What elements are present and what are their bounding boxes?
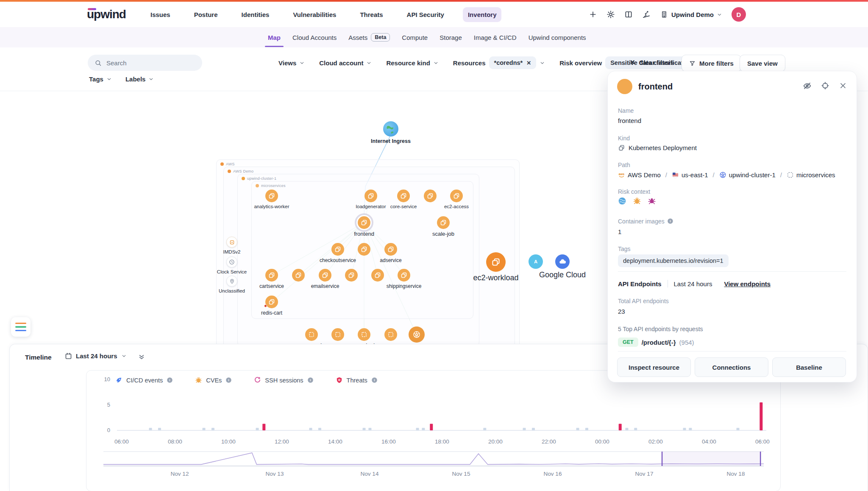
svg-text:10:00: 10:00 — [221, 438, 236, 445]
cloud-account-dropdown[interactable]: Cloud account — [319, 59, 372, 67]
views-dropdown[interactable]: Views — [278, 59, 305, 67]
tab-storage[interactable]: Storage — [440, 34, 462, 41]
map-node-shippingservice[interactable]: shippingservice — [398, 269, 410, 282]
tab-assets[interactable]: AssetsBeta — [348, 33, 390, 42]
legend-ssh-sessions[interactable]: SSH sessionsi — [254, 377, 313, 384]
info-icon[interactable]: i — [167, 377, 173, 383]
map-node-ec2-access[interactable]: ec2-access — [450, 190, 463, 202]
legend-ci-cd-events[interactable]: CI/CD eventsi — [115, 377, 173, 384]
nav-item-threats[interactable]: Threats — [355, 7, 388, 22]
info-icon[interactable]: i — [307, 377, 314, 383]
info-icon[interactable]: i — [371, 377, 378, 383]
map-node-core-service[interactable]: core-service — [397, 190, 410, 202]
map-node-google-cloud[interactable]: Google Cloud — [555, 254, 570, 269]
more-filters-button[interactable]: More filters — [682, 55, 741, 72]
nav-item-vulnerabilities[interactable]: Vulnerabilities — [288, 7, 341, 22]
collapse-timeline-icon[interactable] — [138, 353, 145, 363]
map-node-gcp-a[interactable]: A — [529, 254, 543, 269]
map-node-node-a[interactable] — [424, 190, 437, 202]
connections-button[interactable]: Connections — [695, 357, 768, 377]
map-node-emailservice[interactable]: emailservice — [319, 269, 331, 282]
nav-item-issues[interactable]: Issues — [145, 7, 175, 22]
timeline-chart[interactable]: 051006:0008:0010:0012:0014:0016:0018:002… — [86, 371, 780, 491]
map-node-node-g[interactable] — [384, 328, 397, 341]
view-endpoints-link[interactable]: View endpoints — [724, 280, 771, 287]
path-segment[interactable]: awsAWS Demo — [618, 171, 661, 179]
info-icon[interactable]: i — [225, 377, 232, 383]
tab-image-ci-cd[interactable]: Image & CI/CD — [474, 34, 517, 41]
close-icon: ✕ — [630, 59, 635, 66]
svg-text:18:00: 18:00 — [435, 438, 449, 445]
resource-kind-dropdown[interactable]: Resource kind — [386, 59, 438, 67]
map-node-node-f[interactable] — [331, 328, 344, 341]
nav-item-inventory[interactable]: Inventory — [463, 7, 502, 22]
nav-item-identities[interactable]: Identities — [236, 7, 275, 22]
tab-upwind-components[interactable]: Upwind components — [529, 34, 586, 41]
endpoint-row[interactable]: GET /product/{-} (954) — [618, 338, 694, 347]
remove-filter-icon[interactable]: ✕ — [526, 60, 531, 66]
map-node-cartservice[interactable]: cartservice — [265, 269, 278, 282]
map-node-upwind[interactable]: upwind — [358, 328, 370, 341]
map-node-adservice[interactable]: adservice — [384, 243, 397, 256]
plus-icon[interactable] — [589, 10, 597, 19]
skier-icon[interactable] — [642, 10, 651, 19]
tags-dropdown[interactable]: Tags — [89, 75, 112, 83]
nav-item-api-security[interactable]: API Security — [402, 7, 449, 22]
path-segment[interactable]: upwind-cluster-1 — [719, 171, 776, 179]
map-node-unclassified[interactable]: Unclassified — [226, 276, 237, 287]
map-node-analytics-worker[interactable]: analytics-worker — [265, 190, 278, 202]
map-node-scale-job[interactable]: scale-job — [437, 216, 450, 229]
search-input-wrap[interactable] — [88, 55, 202, 71]
baseline-button[interactable]: Baseline — [772, 357, 846, 377]
map-node-node-d[interactable] — [345, 269, 358, 282]
search-input[interactable] — [106, 59, 191, 67]
chevron-down-icon[interactable] — [540, 60, 545, 66]
api-endpoints-title: API Endpoints — [618, 280, 662, 287]
focus-resource-icon[interactable] — [821, 81, 829, 92]
gear-icon[interactable] — [606, 10, 615, 19]
legend-cves[interactable]: CVEsi — [195, 377, 232, 384]
inventory-subnav: MapCloud AccountsAssetsBetaComputeStorag… — [0, 27, 868, 47]
map-node-node-e[interactable] — [371, 269, 384, 282]
columns-icon[interactable] — [624, 10, 633, 19]
tab-cloud-accounts[interactable]: Cloud Accounts — [292, 34, 337, 41]
map-node-ec2-workload[interactable]: ec2-workload — [486, 252, 506, 272]
timeline-range-dropdown[interactable]: Last 24 hours — [65, 352, 127, 360]
map-node-redis-cart[interactable]: redis-cart — [265, 296, 278, 308]
map-node-imdsv2[interactable]: IMDSv2 — [226, 237, 237, 248]
map-node-checkoutservice[interactable]: checkoutservice — [331, 243, 344, 256]
resources-chip[interactable]: *coredns*✕ — [489, 56, 537, 69]
map-node-internet-ingress[interactable]: Internet Ingress — [383, 121, 398, 137]
vulnerability-icon[interactable] — [633, 197, 641, 207]
map-node-node-b[interactable] — [358, 243, 370, 256]
nav-item-posture[interactable]: Posture — [189, 7, 223, 22]
header-actions: Upwind Demo D — [589, 7, 746, 22]
tab-compute[interactable]: Compute — [402, 34, 428, 41]
org-switcher[interactable]: Upwind Demo — [660, 10, 722, 19]
top-endpoints-label: 5 Top API endpoints by requests — [618, 326, 703, 332]
hide-resource-icon[interactable] — [803, 81, 812, 92]
map-node-node-c[interactable] — [292, 269, 305, 282]
clear-filters-button[interactable]: ✕ Clear filters — [630, 59, 674, 66]
map-node-clock-service[interactable]: Clock Service — [226, 257, 237, 268]
avatar[interactable]: D — [732, 7, 746, 22]
map-node-loadgenerator[interactable]: loadgenerator — [364, 190, 377, 202]
labels-dropdown[interactable]: Labels — [125, 75, 154, 83]
map-node-argocd[interactable]: argocd — [305, 328, 318, 341]
path-segment[interactable]: microservices — [787, 171, 835, 179]
map-legend-button[interactable] — [11, 317, 31, 337]
legend-threats[interactable]: Threatsi — [336, 377, 378, 384]
malware-icon[interactable] — [648, 197, 656, 207]
risk-context-label: Risk context — [618, 188, 650, 195]
close-icon[interactable] — [839, 81, 847, 92]
map-node-kubelet[interactable]: Kubelet — [409, 326, 425, 343]
path-segment[interactable]: us-east-1 — [672, 171, 708, 179]
panel-title: frontend — [638, 82, 673, 92]
internet-exposure-icon[interactable] — [618, 197, 626, 207]
save-view-button[interactable]: Save view — [740, 55, 785, 72]
inspect-resource-button[interactable]: Inspect resource — [617, 357, 691, 377]
map-node-frontend[interactable]: frontend — [358, 216, 370, 229]
tab-map[interactable]: Map — [268, 34, 281, 41]
chart-legend: CI/CD eventsiCVEsiSSH sessionsiThreatsi — [115, 377, 378, 384]
svg-text:0: 0 — [107, 427, 110, 433]
